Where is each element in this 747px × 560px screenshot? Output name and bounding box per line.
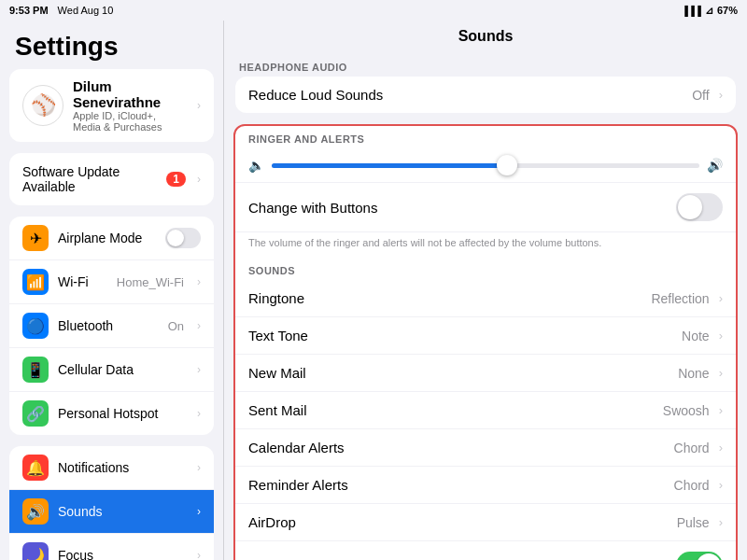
chevron-right-icon: › bbox=[719, 478, 723, 492]
hotspot-icon: 🔗 bbox=[22, 400, 49, 427]
sidebar-item-label: Wi-Fi bbox=[58, 274, 107, 289]
chevron-right-icon: › bbox=[197, 319, 201, 332]
chevron-right-icon: › bbox=[197, 275, 201, 288]
reduce-loud-label: Reduce Loud Sounds bbox=[248, 87, 684, 103]
change-buttons-label: Change with Buttons bbox=[248, 200, 669, 216]
sounds-rows: Ringtone Reflection › Text Tone Note › N… bbox=[235, 280, 736, 540]
update-label: Software Update Available bbox=[22, 164, 159, 194]
reduce-loud-sounds-row[interactable]: Reduce Loud Sounds Off › bbox=[235, 77, 736, 113]
ringer-note: The volume of the ringer and alerts will… bbox=[235, 232, 736, 258]
slider-fill bbox=[272, 163, 507, 168]
reminder-alerts-label: Reminder Alerts bbox=[248, 477, 667, 493]
sidebar-item-label: Focus bbox=[58, 548, 184, 560]
sounds-icon: 🔊 bbox=[22, 498, 49, 525]
bluetooth-icon: 🔵 bbox=[22, 313, 49, 339]
sidebar: Settings ⚾ Dilum Senevirathne Apple ID, … bbox=[0, 0, 224, 560]
headphone-section-label: HEADPHONE AUDIO bbox=[224, 54, 747, 77]
airplane-toggle[interactable] bbox=[165, 228, 201, 248]
sidebar-item-hotspot[interactable]: 🔗 Personal Hotspot › bbox=[9, 392, 214, 435]
sidebar-section-alerts: 🔔 Notifications › 🔊 Sounds › 🌙 Focus › ⏱… bbox=[9, 446, 214, 560]
chevron-right-icon: › bbox=[719, 366, 723, 380]
user-info: Dilum Senevirathne Apple ID, iCloud+, Me… bbox=[73, 78, 184, 133]
sent-mail-row[interactable]: Sent Mail Swoosh › bbox=[235, 392, 736, 429]
calendar-alerts-label: Calendar Alerts bbox=[248, 440, 667, 455]
chevron-right-icon: › bbox=[719, 88, 723, 102]
new-mail-label: New Mail bbox=[248, 365, 670, 381]
chevron-right-icon: › bbox=[719, 403, 723, 417]
sidebar-item-label: Sounds bbox=[58, 504, 184, 519]
chevron-right-icon: › bbox=[197, 363, 201, 376]
sent-mail-label: Sent Mail bbox=[248, 402, 655, 418]
sidebar-item-airplane[interactable]: ✈ Airplane Mode bbox=[9, 217, 214, 260]
sidebar-item-notifications[interactable]: 🔔 Notifications › bbox=[9, 446, 214, 490]
avatar: ⚾ bbox=[22, 85, 63, 126]
main-content: Sounds HEADPHONE AUDIO Reduce Loud Sound… bbox=[224, 0, 747, 560]
text-tone-row[interactable]: Text Tone Note › bbox=[235, 317, 736, 355]
date: Wed Aug 10 bbox=[58, 5, 114, 16]
page-title: Sounds bbox=[224, 21, 747, 54]
sidebar-item-focus[interactable]: 🌙 Focus › bbox=[9, 534, 214, 560]
bluetooth-value: On bbox=[168, 319, 184, 333]
sidebar-item-label: Personal Hotspot bbox=[58, 406, 184, 421]
wifi-icon: 📶 bbox=[22, 269, 49, 295]
ringer-alerts-card: RINGER AND ALERTS 🔈 🔊 Change with Button… bbox=[233, 124, 738, 560]
airplane-icon: ✈ bbox=[22, 225, 49, 251]
sidebar-item-bluetooth[interactable]: 🔵 Bluetooth On › bbox=[9, 304, 214, 348]
sidebar-item-label: Airplane Mode bbox=[58, 231, 156, 245]
ringtone-row[interactable]: Ringtone Reflection › bbox=[235, 280, 736, 317]
calendar-alerts-row[interactable]: Calendar Alerts Chord › bbox=[235, 429, 736, 467]
airdrop-label: AirDrop bbox=[248, 514, 669, 530]
user-card[interactable]: ⚾ Dilum Senevirathne Apple ID, iCloud+, … bbox=[9, 69, 214, 142]
notifications-icon: 🔔 bbox=[22, 455, 49, 481]
user-name: Dilum Senevirathne bbox=[73, 78, 184, 110]
ringtone-label: Ringtone bbox=[248, 290, 643, 306]
reduce-loud-value: Off bbox=[692, 88, 709, 103]
sidebar-item-wifi[interactable]: 📶 Wi-Fi Home_Wi-Fi › bbox=[9, 260, 214, 304]
airdrop-row[interactable]: AirDrop Pulse › bbox=[235, 504, 736, 540]
status-icons: ▐▐▐ ⊿ 67% bbox=[682, 5, 738, 17]
chevron-right-icon: › bbox=[197, 549, 201, 560]
sidebar-title: Settings bbox=[0, 21, 223, 69]
signal-icon: ▐▐▐ bbox=[682, 6, 701, 16]
battery-icon: 67% bbox=[717, 5, 738, 16]
sidebar-item-cellular[interactable]: 📱 Cellular Data › bbox=[9, 348, 214, 392]
software-update-item[interactable]: Software Update Available 1 › bbox=[9, 153, 214, 205]
keyboard-clicks-toggle[interactable] bbox=[676, 552, 723, 560]
sidebar-item-label: Notifications bbox=[58, 460, 184, 475]
calendar-alerts-value: Chord bbox=[674, 441, 710, 455]
text-tone-value: Note bbox=[682, 329, 710, 343]
volume-slider-row[interactable]: 🔈 🔊 bbox=[235, 148, 736, 183]
reminder-alerts-value: Chord bbox=[674, 478, 710, 493]
change-buttons-toggle[interactable] bbox=[676, 193, 723, 221]
chevron-right-icon: › bbox=[719, 291, 723, 305]
time: 9:53 PM bbox=[9, 5, 49, 16]
reminder-alerts-row[interactable]: Reminder Alerts Chord › bbox=[235, 467, 736, 504]
focus-icon: 🌙 bbox=[22, 542, 49, 560]
sidebar-item-label: Cellular Data bbox=[58, 362, 184, 377]
new-mail-row[interactable]: New Mail None › bbox=[235, 355, 736, 392]
sidebar-section-connectivity: ✈ Airplane Mode 📶 Wi-Fi Home_Wi-Fi › 🔵 B… bbox=[9, 217, 214, 435]
volume-slider-track[interactable] bbox=[272, 163, 699, 168]
chevron-right-icon: › bbox=[719, 329, 723, 343]
chevron-right-icon: › bbox=[197, 99, 201, 112]
cellular-icon: 📱 bbox=[22, 357, 49, 383]
chevron-right-icon: › bbox=[719, 515, 723, 529]
chevron-right-icon: › bbox=[197, 461, 201, 474]
sent-mail-value: Swoosh bbox=[663, 403, 710, 418]
headphone-audio-card: Reduce Loud Sounds Off › bbox=[235, 77, 736, 113]
volume-high-icon: 🔊 bbox=[707, 158, 723, 173]
user-subtitle: Apple ID, iCloud+, Media & Purchases bbox=[73, 110, 184, 133]
status-bar: 9:53 PM Wed Aug 10 ▐▐▐ ⊿ 67% bbox=[0, 0, 747, 21]
wifi-value: Home_Wi-Fi bbox=[117, 275, 184, 289]
update-badge: 1 bbox=[166, 172, 186, 187]
slider-thumb[interactable] bbox=[497, 155, 517, 175]
new-mail-value: None bbox=[678, 366, 709, 381]
text-tone-label: Text Tone bbox=[248, 328, 674, 343]
sidebar-item-sounds[interactable]: 🔊 Sounds › bbox=[9, 490, 214, 534]
keyboard-clicks-row: Keyboard Clicks bbox=[235, 540, 736, 560]
chevron-right-icon: › bbox=[197, 407, 201, 420]
status-time: 9:53 PM Wed Aug 10 bbox=[9, 5, 113, 16]
wifi-icon: ⊿ bbox=[705, 5, 713, 17]
change-with-buttons-row: Change with Buttons bbox=[235, 183, 736, 232]
airdrop-value: Pulse bbox=[677, 515, 710, 530]
